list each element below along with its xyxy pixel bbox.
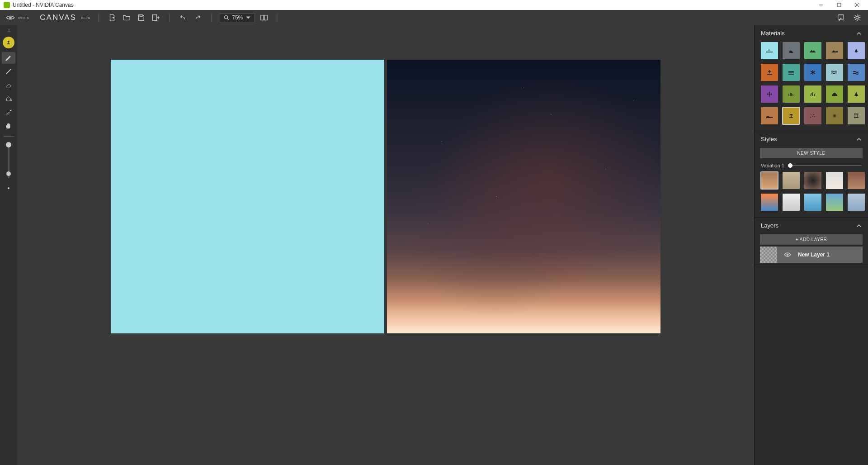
style-rocky-mtn[interactable]	[848, 172, 865, 189]
material-grass-1[interactable]	[783, 85, 800, 103]
svg-point-21	[771, 94, 772, 95]
redo-button[interactable]	[192, 12, 203, 23]
current-material-swatch[interactable]	[3, 37, 14, 48]
pan-tool[interactable]	[2, 120, 15, 132]
material-water-1[interactable]	[826, 64, 843, 81]
layer-visibility-toggle[interactable]	[781, 252, 794, 257]
style-alpine[interactable]	[826, 194, 843, 211]
svg-point-19	[769, 95, 770, 97]
material-snow[interactable]	[804, 64, 821, 81]
undo-button[interactable]	[178, 12, 189, 23]
chevron-up-icon	[856, 223, 862, 228]
svg-point-18	[769, 92, 770, 93]
material-building[interactable]	[848, 107, 865, 124]
export-button[interactable]	[150, 12, 161, 23]
zoom-control[interactable]: 75%	[220, 13, 255, 22]
material-water-drop[interactable]	[848, 42, 865, 59]
feedback-button[interactable]	[835, 12, 846, 23]
style-lake[interactable]	[804, 194, 821, 211]
svg-point-7	[225, 16, 228, 19]
fill-tool[interactable]	[2, 93, 15, 104]
brand-logo: nvidia	[5, 14, 29, 22]
svg-rect-22	[856, 95, 857, 96]
svg-point-23	[811, 114, 811, 115]
style-snowy-peak[interactable]	[826, 172, 843, 189]
window-titlebar: Untitled - NVIDIA Canvas	[0, 0, 868, 10]
material-hill[interactable]	[826, 42, 843, 59]
material-flower[interactable]	[761, 85, 778, 103]
svg-line-15	[6, 69, 11, 74]
style-cave[interactable]	[804, 172, 821, 189]
materials-title: Materials	[761, 30, 785, 37]
svg-rect-6	[153, 15, 157, 21]
material-fog[interactable]	[783, 64, 800, 81]
size-min-indicator	[8, 187, 9, 189]
svg-rect-5	[140, 15, 142, 17]
brush-tool[interactable]	[2, 52, 15, 64]
tool-sidebar: ⠿	[0, 25, 17, 465]
maximize-button[interactable]	[830, 0, 848, 10]
material-sky[interactable]	[761, 42, 778, 59]
chevron-down-icon	[245, 15, 251, 20]
app-icon	[4, 2, 10, 8]
eyedropper-tool[interactable]	[2, 106, 15, 118]
style-sunset[interactable]	[761, 194, 778, 211]
size-thumb[interactable]	[6, 171, 11, 176]
material-grass-2[interactable]	[804, 85, 821, 103]
style-desert-arch[interactable]	[761, 172, 778, 189]
material-sand[interactable]	[761, 107, 778, 124]
material-rock-2[interactable]	[826, 107, 843, 124]
styles-header[interactable]: Styles	[755, 131, 868, 146]
compare-view-button[interactable]	[259, 12, 269, 23]
right-panel: Materials Styles NEW STYLE Variation 1 L…	[754, 25, 868, 465]
svg-rect-28	[855, 114, 858, 118]
material-rock-1[interactable]	[804, 107, 821, 124]
material-dirt[interactable]	[761, 64, 778, 81]
style-coast[interactable]	[848, 194, 865, 211]
svg-point-4	[9, 16, 11, 19]
svg-point-17	[769, 93, 770, 95]
variation-label: Variation 1	[761, 163, 784, 168]
grip-icon: ⠿	[7, 28, 10, 33]
layers-header[interactable]: Layers	[755, 218, 868, 232]
svg-point-29	[787, 254, 788, 256]
window-title: Untitled - NVIDIA Canvas	[13, 2, 74, 8]
layer-name: New Layer 1	[798, 251, 830, 258]
material-bush[interactable]	[826, 85, 843, 103]
line-tool[interactable]	[2, 66, 15, 77]
style-beach[interactable]	[783, 172, 800, 189]
svg-point-26	[814, 116, 815, 117]
chevron-up-icon	[856, 31, 862, 36]
minimize-button[interactable]	[812, 0, 830, 10]
material-water-2[interactable]	[848, 64, 865, 81]
layer-row[interactable]: New Layer 1	[760, 247, 863, 263]
close-button[interactable]	[848, 0, 866, 10]
zoom-value: 75%	[232, 14, 243, 21]
svg-rect-10	[264, 15, 267, 20]
svg-point-13	[840, 18, 841, 19]
svg-point-27	[810, 117, 811, 118]
svg-rect-9	[261, 15, 264, 20]
canvas-area	[17, 25, 754, 465]
brush-size-slider[interactable]	[8, 147, 9, 178]
variation-slider[interactable]	[789, 165, 862, 166]
segmentation-canvas[interactable]	[111, 60, 384, 333]
style-winter[interactable]	[783, 194, 800, 211]
chevron-up-icon	[856, 137, 862, 142]
new-style-button[interactable]: NEW STYLE	[760, 148, 863, 158]
new-file-button[interactable]	[107, 12, 118, 23]
open-file-button[interactable]	[121, 12, 132, 23]
material-mountain[interactable]	[804, 42, 821, 59]
search-icon	[224, 15, 229, 20]
save-file-button[interactable]	[136, 12, 146, 23]
material-tree[interactable]	[848, 85, 865, 103]
material-tree-2[interactable]	[783, 107, 800, 124]
settings-button[interactable]	[852, 12, 863, 23]
material-cloud[interactable]	[783, 42, 800, 59]
svg-rect-1	[837, 3, 841, 7]
eraser-tool[interactable]	[2, 79, 15, 91]
svg-point-24	[813, 114, 814, 115]
rendered-canvas	[387, 60, 660, 333]
add-layer-button[interactable]: + ADD LAYER	[760, 234, 863, 245]
materials-header[interactable]: Materials	[755, 25, 868, 40]
